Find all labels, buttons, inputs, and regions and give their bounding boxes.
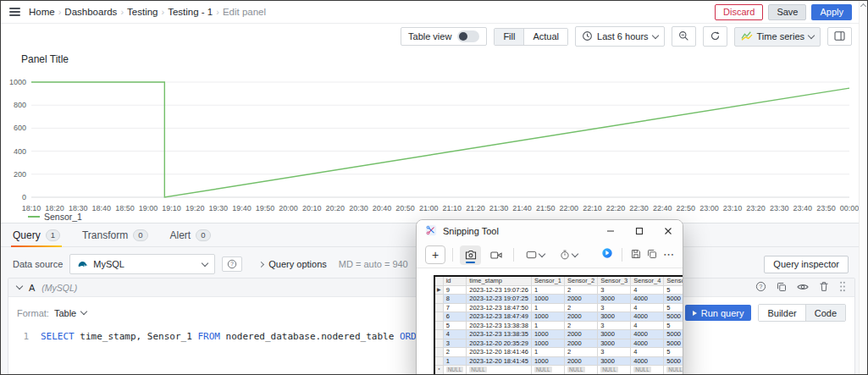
query-options-toggle[interactable]: Query options [259, 259, 326, 269]
chart-legend[interactable]: Sensor_1 [28, 212, 82, 222]
tab-transform[interactable]: Transform0 [80, 225, 150, 246]
grid-cell[interactable]: 3000 [598, 295, 631, 304]
grid-cell[interactable]: 2023-12-23 19:07:26 [467, 285, 532, 295]
grid-cell[interactable]: 5000 [664, 356, 683, 366]
grid-cell[interactable]: 2023-12-23 13:38:38 [467, 321, 532, 330]
grid-cell[interactable]: NULL [467, 366, 532, 375]
grid-cell[interactable]: 2023-12-20 18:41:46 [467, 348, 532, 357]
grid-cell[interactable]: 2 [565, 321, 598, 330]
grid-cell[interactable]: 2 [565, 285, 598, 295]
grid-cell[interactable]: 1000 [531, 295, 564, 304]
remove-query-trash-icon[interactable] [819, 281, 829, 294]
column-header-sensor_1[interactable]: Sensor_1 [531, 276, 564, 285]
grid-cell[interactable]: 2000 [565, 295, 598, 304]
fill-button[interactable]: Fill [495, 29, 523, 45]
grid-cell[interactable]: 8 [443, 295, 467, 304]
grid-row[interactable]: 22023-12-20 18:41:4612345 [434, 348, 683, 357]
grid-cell[interactable]: 3000 [598, 356, 631, 366]
run-query-button[interactable]: Run query [685, 305, 752, 321]
grid-cell[interactable]: 3000 [598, 312, 631, 322]
snip-shape-dropdown[interactable] [521, 245, 550, 265]
hamburger-menu-icon[interactable] [8, 6, 22, 18]
grid-cell[interactable]: 1000 [531, 312, 564, 322]
grid-cell[interactable]: 3 [598, 321, 631, 330]
grid-row[interactable]: 12023-12-20 18:41:4510002000300040005000 [434, 356, 683, 366]
grid-cell[interactable]: 4000 [631, 339, 664, 348]
grid-cell[interactable]: 1 [531, 285, 564, 295]
grid-cell[interactable]: 1 [531, 321, 564, 330]
grid-cell[interactable]: 5 [664, 348, 683, 357]
format-select[interactable]: Table [54, 308, 76, 318]
actual-button[interactable]: Actual [523, 29, 567, 45]
grid-cell[interactable]: 2000 [565, 330, 598, 339]
maximize-button[interactable] [625, 220, 654, 242]
grid-cell[interactable]: NULL [664, 366, 683, 375]
scroll-up-arrow-icon[interactable] [860, 3, 866, 9]
time-range-picker[interactable]: Last 6 hours [575, 26, 665, 47]
grid-cell[interactable]: 2023-12-23 18:47:49 [467, 312, 532, 322]
grid-cell[interactable]: NULL [598, 366, 631, 375]
grid-cell[interactable]: 2023-12-23 19:07:25 [467, 295, 532, 304]
grid-cell[interactable]: 2000 [565, 339, 598, 348]
breadcrumb-item-dashboards[interactable]: Dashboards [64, 7, 117, 17]
grid-cell[interactable]: 1000 [531, 330, 564, 339]
table-view-toggle[interactable] [457, 30, 479, 42]
grid-row[interactable]: 42023-12-23 13:38:3510002000300040005000 [434, 330, 683, 339]
snip-delay-dropdown[interactable] [554, 245, 583, 265]
save-icon[interactable] [631, 247, 641, 262]
grid-cell[interactable]: 9 [443, 285, 467, 295]
grid-cell[interactable]: 5000 [664, 295, 683, 304]
grid-row[interactable]: *NULLNULLNULLNULLNULLNULLNULL [434, 366, 683, 375]
time-series-chart[interactable]: 0200400600800100018:1018:2018:3018:4018:… [3, 48, 860, 218]
grid-row[interactable]: 32023-12-20 20:35:2910002000300040005000 [434, 339, 683, 348]
grid-cell[interactable]: 4000 [631, 330, 664, 339]
grid-cell[interactable]: 3 [443, 339, 467, 348]
builder-option[interactable]: Builder [759, 305, 804, 321]
grid-cell[interactable]: 1000 [531, 356, 564, 366]
grid-cell[interactable]: 2 [565, 303, 598, 312]
grid-cell[interactable]: 4000 [631, 356, 664, 366]
grid-cell[interactable]: 1000 [531, 339, 564, 348]
copy-icon[interactable] [647, 247, 657, 262]
grid-cell[interactable]: 2023-12-20 20:35:29 [467, 339, 532, 348]
visualization-picker[interactable]: Time series [734, 27, 821, 47]
tab-alert[interactable]: Alert0 [169, 225, 213, 246]
grid-cell[interactable]: 2023-12-23 18:47:50 [467, 303, 532, 312]
grid-cell[interactable]: 4 [631, 321, 664, 330]
grid-cell[interactable]: NULL [531, 366, 564, 375]
snipping-tool-window[interactable]: Snipping Tool + [416, 219, 683, 375]
zoom-out-button[interactable] [672, 26, 696, 47]
grid-cell[interactable]: 3000 [598, 339, 631, 348]
grid-row[interactable]: 52023-12-23 13:38:3812345 [434, 321, 683, 330]
grid-row[interactable]: 72023-12-23 18:47:5012345 [434, 303, 683, 312]
grid-cell[interactable]: NULL [631, 366, 664, 375]
grid-cell[interactable]: 4 [631, 303, 664, 312]
query-inspector-button[interactable]: Query inspector [764, 256, 849, 273]
breadcrumb-item-testing-1[interactable]: Testing - 1 [168, 7, 213, 17]
close-button[interactable] [654, 220, 683, 242]
grid-row[interactable]: ▶92023-12-23 19:07:2612345 [434, 285, 683, 295]
grid-cell[interactable]: 4 [631, 285, 664, 295]
grid-cell[interactable]: 4 [443, 330, 467, 339]
grid-cell[interactable]: 3 [598, 303, 631, 312]
grid-cell[interactable]: 3 [598, 348, 631, 357]
column-header-sensor_3[interactable]: Sensor_3 [598, 276, 631, 285]
grid-cell[interactable]: 1 [531, 348, 564, 357]
grid-cell[interactable]: 3000 [598, 330, 631, 339]
code-option[interactable]: Code [805, 305, 845, 321]
grid-cell[interactable]: 5000 [664, 312, 683, 322]
new-snip-button[interactable]: + [425, 245, 445, 264]
grid-cell[interactable]: NULL [565, 366, 598, 375]
column-header-sensor_2[interactable]: Sensor_2 [565, 276, 598, 285]
minimize-button[interactable] [596, 220, 625, 242]
options-pane-toggle[interactable] [827, 27, 852, 46]
grid-cell[interactable]: NULL [443, 366, 467, 375]
grid-cell[interactable]: 4000 [631, 312, 664, 322]
drag-handle-icon[interactable] [839, 281, 846, 294]
grid-cell[interactable]: 5000 [664, 330, 683, 339]
refresh-button[interactable] [703, 26, 727, 47]
duplicate-query-icon[interactable] [777, 282, 787, 294]
column-header-sensor_5[interactable]: Sensor_5 [664, 276, 683, 285]
page-scrollbar[interactable] [859, 1, 867, 374]
grid-cell[interactable]: 5 [443, 321, 467, 330]
